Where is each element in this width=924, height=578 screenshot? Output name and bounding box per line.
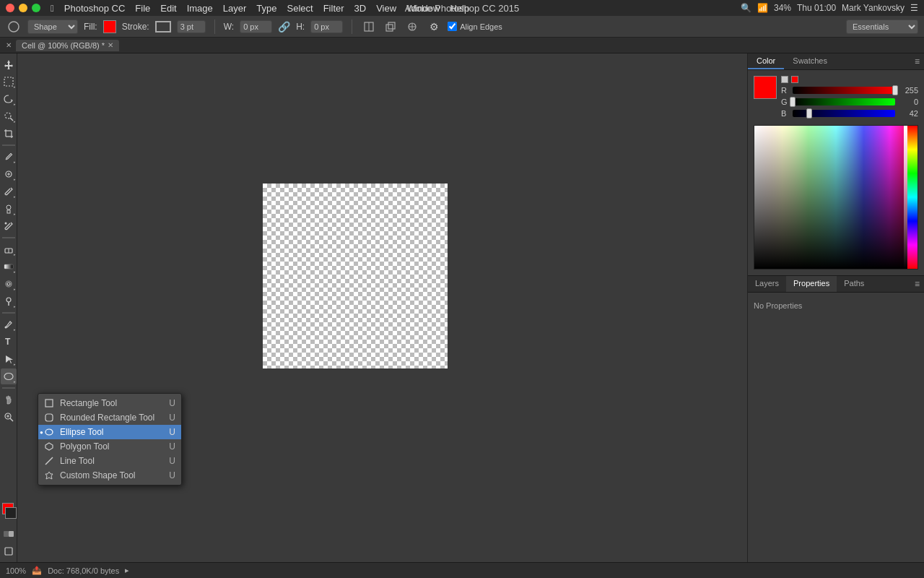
popup-polygon-tool[interactable]: Polygon Tool U (38, 439, 181, 454)
pen-tool[interactable]: ▸ (1, 316, 17, 332)
3d-menu[interactable]: 3D (354, 3, 367, 14)
quick-mask-toggle[interactable] (1, 526, 17, 542)
svg-text:T: T (5, 337, 11, 347)
popup-ellipse-label: Ellipse Tool (60, 427, 103, 437)
clone-stamp-tool[interactable]: ▸ (1, 201, 17, 217)
path-ops-icon[interactable] (383, 19, 398, 35)
layers-tab[interactable]: Layers (748, 276, 786, 292)
g-thumb[interactable] (790, 97, 796, 107)
svg-point-26 (7, 282, 10, 285)
gradient-tool[interactable]: ▸ (1, 259, 17, 275)
lasso-tool[interactable]: ▸ (1, 91, 17, 107)
expand-icon[interactable]: ▸ (125, 566, 129, 575)
zoom-tool[interactable] (1, 409, 17, 425)
shape-tool[interactable]: ▸ (1, 368, 17, 384)
apple-menu[interactable]:  (51, 3, 54, 14)
image-menu[interactable]: Image (187, 3, 213, 14)
select-menu[interactable]: Select (287, 3, 313, 14)
popup-rounded-rect-label: Rounded Rectangle Tool (60, 413, 154, 423)
swatches-tab[interactable]: Swatches (784, 53, 836, 69)
r-thumb[interactable] (892, 85, 898, 95)
width-input[interactable] (240, 20, 272, 33)
brush-tool[interactable]: ▸ (1, 184, 17, 199)
traffic-lights[interactable] (6, 4, 40, 12)
marquee-tool[interactable]: ▸ (1, 74, 17, 90)
color-preview-swatch[interactable] (754, 76, 777, 99)
stroke-width-input[interactable] (177, 20, 206, 33)
titlebar:  Photoshop CC File Edit Image Layer Typ… (0, 0, 924, 16)
color-spectrum[interactable] (754, 125, 918, 269)
popup-custom-shape-tool[interactable]: Custom Shape Tool U (38, 468, 181, 483)
g-slider[interactable] (793, 98, 895, 105)
b-slider[interactable] (793, 110, 895, 117)
layer-menu[interactable]: Layer (223, 3, 247, 14)
path-align-icon[interactable] (361, 19, 377, 35)
popup-rounded-rect-shortcut: U (169, 413, 175, 423)
fg-bg-colors[interactable] (1, 500, 17, 522)
tab-bar: ✕ Cell @ 100% (RGB/8) * ✕ (0, 38, 924, 53)
hue-slider[interactable] (907, 126, 918, 269)
b-slider-row: B 42 (781, 109, 918, 118)
close-tab-icon[interactable]: ✕ (6, 41, 12, 49)
b-thumb[interactable] (806, 108, 812, 118)
popup-line-shortcut: U (169, 456, 175, 466)
panel-collapse-icon[interactable]: ≡ (910, 53, 924, 69)
search-icon[interactable]: 🔍 (741, 3, 751, 13)
tab-close-icon[interactable]: ✕ (108, 41, 113, 49)
path-arrangement-icon[interactable] (404, 19, 420, 35)
eraser-tool[interactable]: ▸ (1, 241, 17, 257)
quick-select-tool[interactable]: ▸ (1, 108, 17, 124)
link-icon[interactable]: 🔗 (278, 21, 290, 33)
spot-heal-tool[interactable]: ▸ (1, 166, 17, 182)
align-edges-label[interactable]: Align Edges (448, 22, 502, 31)
minimize-button[interactable] (19, 4, 27, 12)
share-icon[interactable]: 📤 (32, 566, 42, 575)
document-tab[interactable]: Cell @ 100% (RGB/8) * ✕ (16, 40, 119, 51)
paths-tab[interactable]: Paths (837, 276, 871, 292)
props-panel-collapse[interactable]: ≡ (910, 276, 924, 292)
popup-rounded-rect-tool[interactable]: Rounded Rectangle Tool U (38, 410, 181, 425)
shape-tool-popup: Rectangle Tool U Rounded Rectangle Tool … (38, 393, 182, 486)
view-menu[interactable]: View (376, 3, 396, 14)
g-value: 0 (898, 98, 918, 106)
tool-options-icon[interactable] (6, 19, 22, 35)
type-menu[interactable]: Type (256, 3, 276, 14)
workspace-select[interactable]: Essentials (846, 20, 918, 34)
close-button[interactable] (6, 4, 14, 12)
shape-mode-select[interactable]: Shape Path Pixels (27, 20, 78, 34)
hand-tool[interactable] (1, 392, 17, 407)
g-label: G (781, 98, 790, 106)
screen-mode-toggle[interactable] (1, 543, 17, 559)
eyedropper-tool[interactable]: ▸ (1, 149, 17, 165)
fill-color-swatch[interactable] (103, 20, 116, 33)
gear-icon[interactable]: ⚙ (426, 19, 442, 35)
svg-point-19 (6, 205, 11, 210)
move-tool[interactable] (1, 56, 17, 72)
app-menu[interactable]: Photoshop CC (64, 3, 126, 14)
b-label: B (781, 109, 790, 118)
svg-rect-20 (7, 210, 10, 213)
r-slider[interactable] (793, 87, 895, 94)
type-tool[interactable]: T (1, 334, 17, 350)
maximize-button[interactable] (32, 4, 40, 12)
properties-tab[interactable]: Properties (786, 276, 837, 292)
height-input[interactable] (310, 20, 343, 33)
popup-rectangle-tool[interactable]: Rectangle Tool U (38, 396, 181, 410)
color-tab[interactable]: Color (748, 53, 784, 69)
popup-line-tool[interactable]: Line Tool U (38, 454, 181, 468)
svg-marker-31 (6, 355, 13, 363)
file-menu[interactable]: File (135, 3, 150, 14)
menu-icon[interactable]: ☰ (910, 3, 918, 13)
popup-ellipse-tool[interactable]: ● Ellipse Tool U (38, 425, 181, 439)
dodge-tool[interactable]: ▸ (1, 293, 17, 309)
color-swatches[interactable] (1, 503, 17, 519)
filter-menu[interactable]: Filter (323, 3, 344, 14)
edit-menu[interactable]: Edit (160, 3, 176, 14)
align-edges-checkbox[interactable] (448, 22, 457, 31)
crop-tool[interactable] (1, 126, 17, 142)
blur-tool[interactable]: ▸ (1, 276, 17, 292)
stroke-color-swatch[interactable] (155, 21, 171, 33)
history-brush-tool[interactable] (1, 218, 17, 234)
background-color[interactable] (5, 507, 17, 519)
path-select-tool[interactable]: ▸ (1, 351, 17, 367)
